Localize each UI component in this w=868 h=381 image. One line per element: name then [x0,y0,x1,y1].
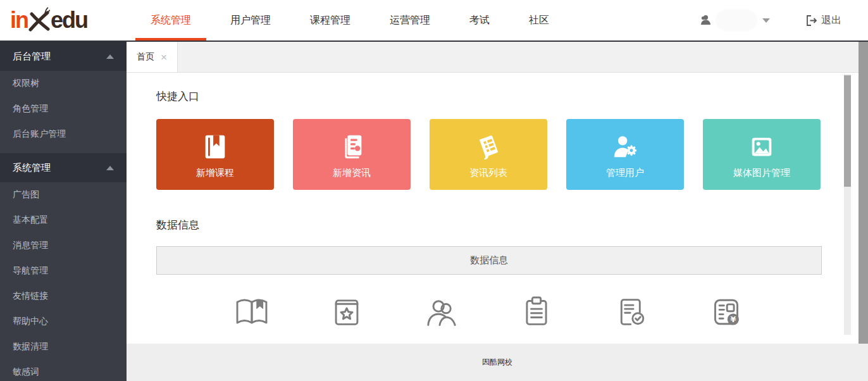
sidebar: 后台管理 权限树 角色管理 后台账户管理 系统管理 广告图 基本配置 消息管理 … [0,42,127,381]
tab-label: 首页 [137,51,154,63]
clipboard-icon[interactable] [518,294,555,330]
logout-button[interactable]: 退出 [805,14,841,27]
nav-item-operation-management[interactable]: 运营管理 [375,0,445,41]
quick-card-label: 媒体图片管理 [733,167,790,179]
quick-card-label: 新增课程 [196,167,234,179]
book-add-icon [201,130,230,163]
quick-entry-title: 快捷入口 [156,89,868,104]
sidebar-item-sensitive-words[interactable]: 敏感词 [0,359,127,381]
user-area: 退出 [699,0,868,41]
top-header: in edu 系统管理 用户管理 课程管理 运营管理 考试 社区 [0,0,868,42]
media-image-icon [747,130,776,163]
tab-home[interactable]: 首页 × [127,42,178,72]
news-list-icon [474,130,503,163]
section-title: 系统管理 [13,162,51,174]
open-book-icon[interactable] [233,294,270,330]
nav-item-user-management[interactable]: 用户管理 [215,0,286,41]
sidebar-section-backend-management[interactable]: 后台管理 [0,42,127,71]
sidebar-item-basic-config[interactable]: 基本配置 [0,208,127,233]
sidebar-item-role-management[interactable]: 角色管理 [0,96,127,122]
collapse-up-icon [106,166,114,170]
tab-bar: 首页 × [127,42,868,73]
sidebar-section-system-management[interactable]: 系统管理 [0,153,127,182]
tab-close-icon[interactable]: × [161,52,167,63]
logout-icon [805,15,817,27]
main-content: 快捷入口 新增课程 [127,73,868,344]
news-add-icon [337,130,366,163]
sidebar-section-backend: 后台管理 权限树 角色管理 后台账户管理 [0,42,127,147]
billing-icon[interactable]: ¥ [708,294,745,330]
quick-card-manage-users[interactable]: 管理用户 [566,119,684,190]
user-gear-icon [611,130,640,163]
svg-text:¥: ¥ [730,315,736,324]
main-nav: 系统管理 用户管理 课程管理 运营管理 考试 社区 [135,0,573,41]
page-scrollbar[interactable] [859,42,868,344]
section-title: 后台管理 [13,51,51,63]
data-info-title: 数据信息 [156,218,868,232]
sidebar-section-system: 系统管理 广告图 基本配置 消息管理 导航管理 友情链接 帮助中心 数据清理 敏… [0,153,127,381]
quick-card-news-list[interactable]: 资讯列表 [430,119,547,190]
nav-item-system-management[interactable]: 系统管理 [135,0,206,41]
sidebar-item-nav-management[interactable]: 导航管理 [0,258,127,284]
collapse-up-icon [106,54,114,59]
quick-card-label: 资讯列表 [469,167,507,179]
quick-entry-cards: 新增课程 新增 [156,119,868,190]
data-info-panel: 数据信息 [156,246,822,330]
star-book-icon[interactable] [328,294,365,330]
doc-check-icon[interactable] [613,294,650,330]
logo-text-in: in [10,7,28,34]
logo-text-edu: edu [51,7,87,34]
footer-text: 因酷网校 [482,357,512,368]
sidebar-item-friend-links[interactable]: 友情链接 [0,284,127,309]
quick-card-add-news[interactable]: 新增资讯 [293,119,411,190]
users-icon[interactable] [423,294,460,330]
sidebar-item-data-cleanup[interactable]: 数据清理 [0,334,127,359]
brand-logo[interactable]: in edu [0,0,127,41]
nav-item-course-management[interactable]: 课程管理 [295,0,366,41]
mantis-x-icon [28,7,50,36]
nav-item-exam[interactable]: 考试 [454,0,505,41]
nav-item-community[interactable]: 社区 [514,0,564,41]
sidebar-item-help-center[interactable]: 帮助中心 [0,309,127,334]
quick-card-label: 新增资讯 [333,167,371,179]
username-blurred[interactable] [717,11,756,30]
sidebar-item-ad-image[interactable]: 广告图 [0,182,127,208]
sidebar-item-permission-tree[interactable]: 权限树 [0,71,127,96]
quick-card-label: 管理用户 [606,167,644,179]
page-footer: 因酷网校 [127,344,868,381]
app-window: in edu 系统管理 用户管理 课程管理 运营管理 考试 社区 [0,0,868,381]
quick-card-media-images[interactable]: 媒体图片管理 [703,119,821,190]
user-avatar-icon [699,14,712,27]
sidebar-item-message-management[interactable]: 消息管理 [0,233,127,258]
sidebar-item-admin-account-management[interactable]: 后台账户管理 [0,122,127,147]
panel-header: 数据信息 [156,246,822,275]
logout-label: 退出 [821,14,841,27]
quick-card-add-course[interactable]: 新增课程 [156,119,274,190]
panel-icon-row: ¥ [156,275,822,330]
content-scrollbar-thumb[interactable] [844,75,851,187]
content-scrollbar[interactable] [844,74,851,335]
chevron-down-icon[interactable] [762,18,770,23]
